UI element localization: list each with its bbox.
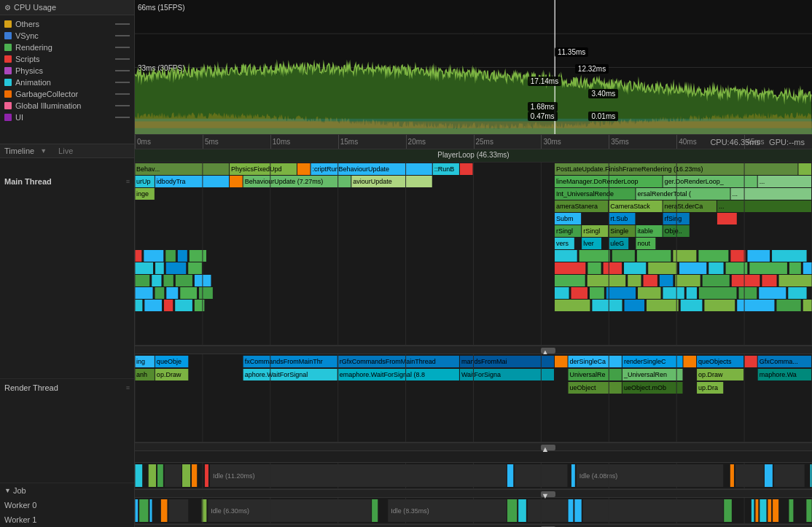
legend-dot-vsync	[4, 32, 12, 39]
legend-dot-others	[4, 20, 12, 28]
worker0-tracks	[135, 463, 812, 489]
main-thread-sidebar: Main Thread ≡	[0, 173, 134, 189]
worker0-scroll[interactable]: ▼	[135, 489, 812, 498]
legend-dot-garbagecollector	[4, 90, 12, 98]
ruler-tick-5: 25ms	[474, 135, 493, 149]
legend-label-scripts: Scripts	[15, 55, 112, 63]
legend-bar-vsync	[115, 35, 130, 36]
legend-item-physics[interactable]: Physics	[0, 65, 134, 77]
legend-item-animation[interactable]: Animation	[0, 77, 134, 88]
ruler-tick-6: 30ms	[541, 135, 561, 149]
legend-item-garbagecollector[interactable]: GarbageCollector	[0, 88, 134, 100]
dropdown-icon[interactable]: ▼	[40, 147, 47, 155]
legend-label-global illumination: Global Illumination	[15, 101, 112, 110]
legend-label-vsync: VSync	[15, 31, 112, 40]
cpu-header-label: CPU Usage	[14, 3, 56, 12]
main-thread-scroll[interactable]: ▲	[135, 346, 812, 354]
timeline-ruler: 0ms5ms10ms15ms20ms25ms30ms35ms40ms45ms50…	[135, 135, 812, 149]
worker1-sidebar: Worker 1	[0, 512, 134, 527]
content-area: 11.35ms 12.32ms 17.14ms 3.40ms 1.68ms 0.…	[135, 0, 812, 527]
legend-list: Others VSync Rendering Scripts Physics A…	[0, 15, 134, 144]
ruler-tick-1: 5ms	[203, 135, 219, 149]
job-header-row	[135, 451, 812, 463]
render-thread-scroll[interactable]: ▲	[135, 442, 812, 451]
sidebar: ⚙ CPU Usage Others VSync Rendering Scrip…	[0, 0, 135, 527]
legend-dot-physics	[4, 67, 12, 74]
cpu-icon: ⚙	[4, 4, 11, 12]
legend-bar-ui	[115, 117, 130, 118]
cpu-graph[interactable]: 11.35ms 12.32ms 17.14ms 3.40ms 1.68ms 0.…	[135, 0, 812, 135]
ruler-tick-3: 15ms	[338, 135, 358, 149]
legend-dot-ui	[4, 114, 12, 121]
legend-bar-others	[115, 23, 130, 25]
render-thread-sidebar: Render Thread ≡	[0, 378, 134, 395]
legend-dot-scripts	[4, 55, 12, 63]
render-thread-label: Render Thread	[4, 383, 58, 392]
worker1-scroll[interactable]: ▼	[135, 524, 812, 527]
job-collapse-icon[interactable]: ▼	[4, 487, 11, 494]
legend-item-scripts[interactable]: Scripts	[0, 53, 134, 65]
cpu-stat: CPU:46.35ms	[710, 138, 760, 147]
worker0-label: Worker 0	[4, 501, 36, 510]
legend-dot-animation	[4, 79, 12, 86]
legend-label-others: Others	[15, 20, 112, 28]
worker0-scroll-thumb[interactable]: ▼	[541, 491, 555, 497]
legend-label-physics: Physics	[15, 66, 112, 75]
legend-bar-rendering	[115, 47, 130, 48]
worker1-label: Worker 1	[4, 515, 36, 524]
legend-bar-animation	[115, 82, 130, 83]
cpu-usage-header: ⚙ CPU Usage	[0, 0, 134, 15]
legend-label-rendering: Rendering	[15, 43, 112, 52]
legend-dot-global illumination	[4, 102, 12, 109]
main-thread-collapse[interactable]: ≡	[126, 178, 130, 185]
ruler-tick-4: 20ms	[406, 135, 426, 149]
ruler-tick-2: 10ms	[270, 135, 290, 149]
legend-item-rendering[interactable]: Rendering	[0, 42, 134, 53]
render-thread-tracks	[135, 354, 812, 442]
timeline-live: Live	[58, 147, 73, 155]
render-thread-collapse[interactable]: ≡	[126, 384, 130, 391]
legend-label-ui: UI	[15, 113, 112, 122]
legend-bar-scripts	[115, 58, 130, 60]
ruler-tick-8: 40ms	[676, 135, 696, 149]
render-scroll-thumb[interactable]: ▲	[541, 445, 555, 450]
timeline-header[interactable]: Timeline ▼ Live	[0, 144, 134, 158]
legend-bar-garbagecollector	[115, 93, 130, 95]
job-label: Job	[13, 486, 26, 495]
timeline-label: Timeline	[4, 147, 34, 155]
ruler-tick-0: 0ms	[135, 135, 151, 149]
gpu-stat: GPU:--ms	[769, 138, 805, 147]
scroll-thumb[interactable]: ▲	[541, 348, 555, 354]
legend-bar-physics	[115, 70, 130, 71]
ruler-info: CPU:46.35ms GPU:--ms	[710, 138, 805, 147]
legend-label-animation: Animation	[15, 78, 112, 87]
main-thread-tracks: PlayerLoop (46.33ms)	[135, 149, 812, 346]
job-section-sidebar[interactable]: ▼ Job	[0, 483, 134, 498]
playerloop-label: PlayerLoop (46.33ms)	[437, 151, 509, 159]
main-thread-label: Main Thread	[4, 177, 52, 186]
legend-label-garbagecollector: GarbageCollector	[15, 90, 112, 98]
legend-item-global illumination[interactable]: Global Illumination	[0, 100, 134, 112]
worker1-tracks	[135, 498, 812, 524]
tracks-area[interactable]: PlayerLoop (46.33ms) ▲ ▲	[135, 149, 812, 527]
worker0-sidebar: Worker 0	[0, 498, 134, 512]
legend-bar-global illumination	[115, 105, 130, 106]
legend-item-vsync[interactable]: VSync	[0, 30, 134, 42]
legend-item-others[interactable]: Others	[0, 18, 134, 30]
ruler-tick-7: 35ms	[609, 135, 628, 149]
legend-dot-rendering	[4, 44, 12, 51]
legend-item-ui[interactable]: UI	[0, 112, 134, 123]
